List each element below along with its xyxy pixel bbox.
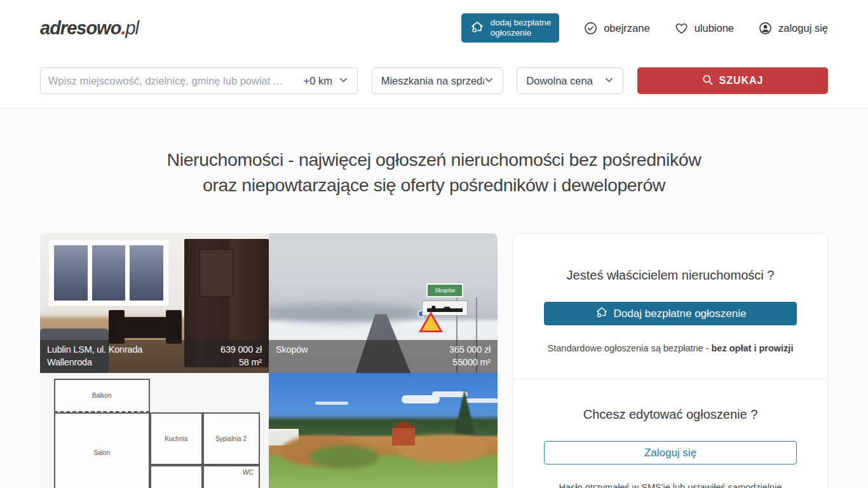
nav-viewed-label: obejrzane [604,22,649,34]
nav-viewed[interactable]: obejrzane [583,21,649,36]
chevron-down-icon [484,75,494,87]
plan-room-wc: WC [203,465,260,488]
search-button-label: SZUKAJ [719,75,763,86]
owner-section: Jesteś właścicielem nieruchomości ? Doda… [513,234,827,379]
check-circle-icon [583,21,598,36]
search-section: +0 km Mieszkania na sprzeda Dowolna cena… [0,56,868,109]
add-free-listing-button[interactable]: Dodaj bezpłatne ogłoszenie [544,302,797,325]
nav-login[interactable]: zaloguj się [758,21,828,36]
owner-panel: Jesteś właścicielem nieruchomości ? Doda… [513,233,828,488]
house-plus-icon [470,19,485,37]
search-button[interactable]: SZUKAJ [637,67,828,94]
owner-title: Jesteś właścicielem nieruchomości ? [544,268,797,283]
price-value: Dowolna cena [526,75,593,87]
listing-area: 58 m² [220,356,262,369]
listing-price: 365 000 zł [449,343,491,356]
town-sign: Skopów [426,283,463,297]
garden-photo [269,373,498,488]
user-icon [758,21,773,36]
listing-tile[interactable]: Skopów Skopów 365 000 zł 55000 m² [269,233,498,373]
price-select[interactable]: Dowolna cena [517,67,623,94]
location-input[interactable] [48,75,297,87]
logo[interactable]: adresowo.pl [40,18,139,39]
listing-area: 55000 m² [449,356,491,369]
listing-tile[interactable]: Dzierżoniów, ul. Kamienna 1 400 000 zł [269,373,498,488]
category-select[interactable]: Mieszkania na sprzeda [372,67,503,94]
nav-favorites[interactable]: ulubione [674,21,734,36]
logo-tld: pl [125,18,139,38]
login-button-label: Zaloguj się [644,447,696,459]
listing-location: Lublin LSM, ul. Konrada Wallenroda [47,343,172,369]
plan-room-kuchnia: Kuchnia [150,412,203,466]
chevron-down-icon [339,75,348,87]
page-title-line1: Nieruchomości - najwięcej ogłoszeń nieru… [0,147,868,172]
floor-plan-drawing: Balkon Salon Kuchnia Sypialnia 2 WC Prze… [40,373,269,488]
owner-note: Standardowe ogłoszenia są bezpłatne - be… [544,343,797,353]
login-button[interactable]: Zaloguj się [544,441,797,464]
radius-value: +0 km [304,75,332,87]
house-plus-icon [595,305,609,322]
listing-collage: Lublin LSM, ul. Konrada Wallenroda 639 0… [40,233,498,488]
location-field: +0 km [40,67,358,94]
plan-room-przedpokoj: Przedpokój [150,465,203,488]
edit-note: Hasło otrzymałeś w SMS'ie lub ustawiłeś … [544,482,797,488]
edit-section: Chcesz edytować ogłoszenie ? Zaloguj się… [513,379,827,488]
listing-tile[interactable]: Lublin LSM, ul. Konrada Wallenroda 639 0… [40,233,269,373]
plan-room-balkon: Balkon [54,379,150,412]
page-title: Nieruchomości - najwięcej ogłoszeń nieru… [0,109,868,198]
add-listing-button[interactable]: dodaj bezpłatne ogłoszenie [461,13,559,43]
plan-room-sypialnia: Sypialnia 2 [203,412,260,466]
listing-caption: Lublin LSM, ul. Konrada Wallenroda 639 0… [40,340,269,373]
nav-login-label: zaloguj się [778,22,828,34]
radius-select[interactable]: +0 km [297,75,348,87]
edit-title: Chcesz edytować ogłoszenie ? [544,407,797,422]
add-listing-label: dodaj bezpłatne ogłoszenie [491,18,551,38]
add-free-listing-label: Dodaj bezpłatne ogłoszenie [614,308,747,320]
listing-tile[interactable]: Balkon Salon Kuchnia Sypialnia 2 WC Prze… [40,373,269,488]
listing-location: Skopów [276,343,400,369]
site-header: adresowo.pl dodaj bezpłatne ogłoszenie [0,0,868,56]
nav-favorites-label: ulubione [695,22,734,34]
listing-price: 639 000 zł [220,343,262,356]
listing-caption: Skopów 365 000 zł 55000 m² [269,340,498,373]
search-icon [702,74,714,88]
warning-sign [419,311,443,332]
heart-icon [674,21,689,36]
logo-name: adresowo [40,18,121,38]
category-value: Mieszkania na sprzeda [381,75,484,87]
plan-room-salon: Salon [54,412,150,488]
chevron-down-icon [604,75,614,87]
header-actions: dodaj bezpłatne ogłoszenie obejrzane ulu… [461,13,828,43]
page-title-line2: oraz niepowtarzające się oferty pośredni… [0,172,868,198]
